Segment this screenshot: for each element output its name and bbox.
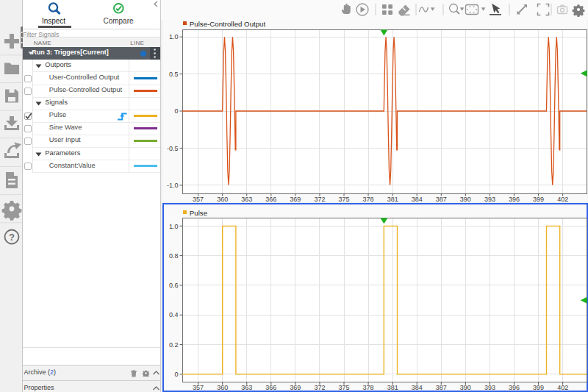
svg-text:363: 363 [241,196,252,203]
svg-text:384: 384 [412,196,423,203]
svg-text:360: 360 [217,384,228,391]
svg-text:390: 390 [460,196,471,203]
svg-text:396: 396 [509,196,520,203]
svg-text:378: 378 [363,196,374,203]
svg-text:387: 387 [436,384,447,391]
svg-text:393: 393 [484,384,495,391]
svg-text:357: 357 [193,196,204,203]
svg-text:369: 369 [290,196,301,203]
svg-text:381: 381 [387,196,398,203]
svg-text:375: 375 [339,196,350,203]
svg-text:0.4: 0.4 [169,311,179,318]
svg-text:-1.0: -1.0 [167,182,179,189]
svg-text:369: 369 [290,384,301,391]
svg-text:402: 402 [557,384,568,391]
svg-text:384: 384 [412,384,423,391]
svg-text:-0.5: -0.5 [167,145,179,152]
svg-text:381: 381 [387,384,398,391]
svg-text:375: 375 [339,384,350,391]
svg-text:372: 372 [314,384,325,391]
svg-text:360: 360 [217,196,228,203]
svg-text:366: 366 [265,196,276,203]
svg-text:0.6: 0.6 [169,282,179,289]
svg-text:387: 387 [436,196,447,203]
svg-text:396: 396 [509,384,520,391]
svg-text:390: 390 [460,384,471,391]
svg-text:0: 0 [174,107,178,115]
svg-text:357: 357 [193,384,204,391]
svg-text:0: 0 [174,371,178,378]
svg-text:363: 363 [241,384,252,391]
svg-text:402: 402 [557,196,568,203]
svg-text:378: 378 [363,384,374,391]
svg-text:0.2: 0.2 [169,341,179,349]
svg-text:399: 399 [533,384,544,391]
svg-text:1.0: 1.0 [169,223,179,230]
svg-text:399: 399 [533,196,544,203]
svg-text:372: 372 [314,196,325,203]
svg-text:1.0: 1.0 [169,33,179,40]
svg-text:0.8: 0.8 [169,252,179,260]
svg-text:393: 393 [484,196,495,203]
svg-text:0.5: 0.5 [169,71,179,78]
svg-text:366: 366 [265,384,276,391]
